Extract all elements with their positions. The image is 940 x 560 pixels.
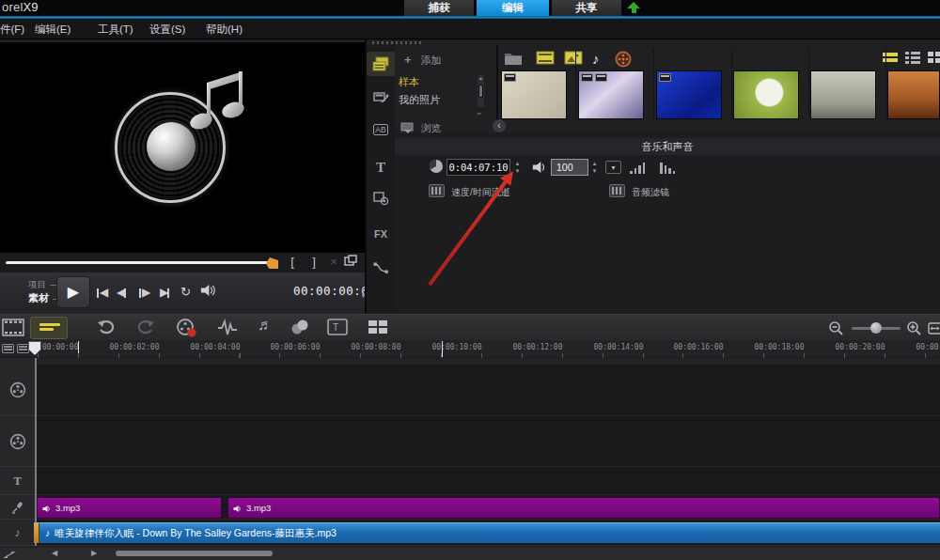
fade-in-button[interactable]	[630, 161, 650, 174]
scroll-right-icon[interactable]: ▶	[91, 549, 97, 557]
timeline-view-button[interactable]	[30, 317, 68, 339]
folder-item-clipped[interactable]	[400, 109, 438, 114]
overlay-track-row[interactable]	[37, 416, 940, 467]
fit-project-icon[interactable]	[3, 551, 16, 559]
next-frame-button[interactable]: ▶	[138, 284, 149, 301]
prev-frame-button[interactable]: ◀	[117, 284, 127, 301]
play-button[interactable]: ▶	[56, 276, 90, 308]
zoom-in-button[interactable]	[906, 320, 922, 339]
tab-capture[interactable]: 捕获	[404, 0, 474, 16]
hide-titles-toggle[interactable]	[615, 51, 632, 71]
folder-item-sample[interactable]: 样本	[399, 75, 481, 90]
library-thumbnail-5[interactable]	[810, 70, 876, 119]
fade-out-button[interactable]	[660, 161, 681, 174]
scrubber-handle[interactable]	[266, 257, 278, 269]
thumbnail-view-button[interactable]	[927, 51, 940, 68]
browse-button[interactable]: 浏览	[400, 118, 485, 133]
storyboard-view-button[interactable]	[2, 319, 24, 340]
ruler-settings-icon[interactable]	[17, 344, 29, 353]
music-clip[interactable]: ♪唯美旋律伴你入眠 - Down By The Salley Gardens-藤…	[34, 522, 940, 543]
folder-list-expand-icon[interactable]: ⌄	[476, 107, 483, 117]
menu-settings[interactable]: 设置(S)	[149, 19, 185, 39]
repeat-button[interactable]: ↻	[180, 284, 191, 301]
library-thumbnail-1[interactable]	[501, 70, 567, 119]
video-track-header[interactable]	[0, 365, 35, 416]
system-volume-button[interactable]	[200, 284, 216, 301]
filter-category-button[interactable]: FX	[367, 222, 395, 246]
project-mode-toggle[interactable]: 项目	[28, 279, 56, 291]
zoom-out-button[interactable]	[828, 320, 844, 339]
folder-scrollbar[interactable]: ▲	[478, 75, 484, 107]
fit-timeline-button[interactable]	[928, 321, 940, 338]
folder-item-my-photos[interactable]: 我的照片	[399, 93, 481, 108]
volume-field[interactable]: 100	[551, 159, 588, 176]
mark-out-button[interactable]: ]	[306, 255, 321, 270]
multi-view-button[interactable]	[368, 319, 388, 339]
tab-edit[interactable]: 编辑	[477, 0, 549, 16]
overlay-track-header[interactable]	[0, 416, 35, 467]
library-thumbnail-6[interactable]	[887, 70, 940, 119]
add-folder-button[interactable]: +添加	[404, 53, 442, 68]
video-track-row[interactable]	[37, 365, 940, 416]
show-photos-toggle[interactable]	[564, 51, 583, 69]
upload-arrow-icon[interactable]	[626, 2, 642, 14]
volume-spinner[interactable]: ▲▼	[590, 160, 599, 175]
collapse-list-button[interactable]: ‹	[493, 119, 506, 132]
library-thumbnail-4[interactable]	[733, 70, 799, 119]
track-manager-icon[interactable]	[2, 344, 14, 353]
voice-clip-1[interactable]: 3.mp3	[37, 497, 222, 519]
panel-drag-handle[interactable]	[372, 41, 421, 44]
graphic-category-button[interactable]	[367, 186, 395, 210]
enlarge-preview-icon[interactable]	[343, 255, 358, 270]
instant-project-button[interactable]	[367, 85, 395, 109]
audio-filter-icon[interactable]	[609, 184, 625, 197]
list-view-button[interactable]	[882, 51, 899, 68]
library-thumbnail-2[interactable]	[578, 70, 644, 119]
scroll-up-icon[interactable]: ▲	[478, 75, 484, 81]
menu-file[interactable]: 件(F)	[0, 19, 24, 39]
detail-view-button[interactable]	[904, 51, 921, 68]
menu-tools[interactable]: 工具(T)	[98, 19, 133, 39]
split-clip-icon[interactable]: ×	[326, 255, 341, 270]
subtitle-editor-button[interactable]: T	[327, 319, 348, 339]
redo-button[interactable]	[137, 319, 155, 339]
speed-icon[interactable]	[429, 184, 445, 197]
auto-music-button[interactable]: ♬	[258, 317, 273, 334]
audio-filter-button[interactable]: 音频滤镜	[632, 186, 669, 199]
undo-button[interactable]	[97, 319, 115, 339]
tab-share[interactable]: 共享	[552, 0, 621, 16]
go-end-button[interactable]: ▶	[160, 284, 170, 301]
title-category-button[interactable]: T	[367, 155, 395, 179]
volume-dropdown-icon[interactable]: ▼	[605, 161, 621, 174]
show-videos-toggle[interactable]	[536, 51, 555, 69]
voice-track-header[interactable]	[0, 495, 35, 520]
title-track-header[interactable]: T	[0, 467, 35, 495]
voice-clip-2[interactable]: 3.mp3	[227, 497, 940, 519]
music-track-header[interactable]: ♪	[0, 520, 35, 546]
media-category-button[interactable]	[367, 52, 395, 76]
menu-help[interactable]: 帮助(H)	[206, 19, 243, 39]
scroll-left-icon[interactable]: ◀	[52, 549, 57, 557]
transition-category-button[interactable]: AB	[367, 117, 395, 142]
title-track-row[interactable]	[37, 467, 940, 495]
timeline-ruler[interactable]: 00:00:00:00 00:00:02:00 00:00:04:00 00:0…	[0, 340, 940, 358]
duration-field[interactable]: 0:04:07:10	[446, 159, 510, 176]
import-folder-button[interactable]	[504, 51, 523, 70]
library-thumbnail-3[interactable]	[656, 70, 722, 119]
motion-path-button[interactable]	[367, 256, 395, 280]
clip-mode-toggle[interactable]: 素材	[28, 291, 59, 305]
browse-icon	[400, 122, 415, 133]
go-start-button[interactable]: ◀	[96, 284, 106, 301]
menu-edit[interactable]: 编辑(E)	[35, 19, 70, 39]
scrubber-track[interactable]	[6, 261, 273, 264]
timeline-hscrollbar[interactable]: ◀ ▶	[0, 548, 940, 560]
motion-tracking-button[interactable]	[290, 319, 310, 339]
sound-mixer-button[interactable]	[217, 319, 238, 341]
show-audio-toggle[interactable]: ♪	[592, 51, 600, 67]
mark-in-button[interactable]: [	[285, 255, 300, 270]
record-capture-button[interactable]	[176, 319, 196, 341]
hscroll-thumb[interactable]	[116, 551, 273, 556]
clip-trim-handle[interactable]	[34, 523, 39, 543]
preview-video[interactable]	[0, 42, 365, 255]
zoom-slider-knob[interactable]	[870, 322, 882, 334]
